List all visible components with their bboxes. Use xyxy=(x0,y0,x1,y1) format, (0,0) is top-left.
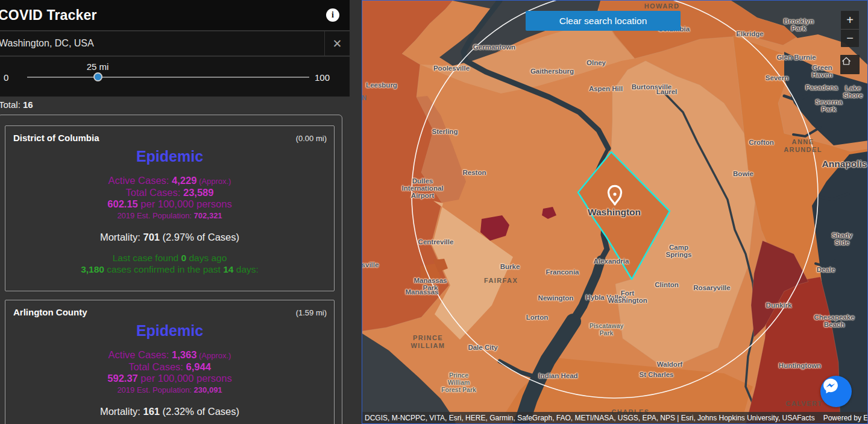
county-card-arlington-county[interactable]: Arlington County (1.59 mi) Epidemic Acti… xyxy=(5,300,335,424)
results-total: Total: 16 xyxy=(0,100,33,110)
zoom-controls: + − xyxy=(841,11,859,47)
active-cases-line: Active Cases: 1,363 (Approx.) xyxy=(5,349,334,361)
map-canvas xyxy=(362,1,868,424)
mortality-line: Mortality: 161 (2.32% of Cases) xyxy=(5,406,334,417)
sidebar: COVID Tracker i ✕ 25 mi 0 100 Total: 16 … xyxy=(0,0,362,424)
app-header: COVID Tracker i xyxy=(0,0,350,30)
covid-tracker-app: COVID Tracker i ✕ 25 mi 0 100 Total: 16 … xyxy=(0,0,868,424)
last-case-line: Last case found 0 days ago xyxy=(5,252,334,264)
total-cases-line: Total Cases: 23,589 xyxy=(5,187,334,198)
total-cases-line: Total Cases: 6,944 xyxy=(5,361,334,373)
map[interactable]: GermantownPoolesvilleLeesburgGaithersbur… xyxy=(362,0,868,424)
county-name: Arlington County xyxy=(13,307,87,317)
rate-line: 592.37 per 100,000 persons xyxy=(5,373,334,384)
map-attribution: DCGIS, M-NCPPC, VITA, Esri, HERE, Garmin… xyxy=(362,412,867,423)
recent-cases-block: Last case found 0 days ago 3,180 cases c… xyxy=(5,252,334,275)
messenger-chat-button[interactable] xyxy=(820,376,852,407)
slider-max-label: 100 xyxy=(315,72,330,83)
clear-search-location-button[interactable]: Clear search location xyxy=(526,11,681,31)
info-icon[interactable]: i xyxy=(326,8,339,22)
case-stats: Active Cases: 1,363 (Approx.) Total Case… xyxy=(5,349,334,396)
slider-min-label: 0 xyxy=(4,72,8,83)
case-stats: Active Cases: 4,229 (Approx.) Total Case… xyxy=(5,175,334,221)
status-badge: Epidemic xyxy=(5,148,334,165)
search-clear-icon[interactable]: ✕ xyxy=(324,31,350,55)
home-button[interactable] xyxy=(840,55,860,74)
card-header: District of Columbia (0.00 mi) xyxy=(5,126,334,143)
home-icon xyxy=(840,55,852,67)
active-cases-line: Active Cases: 4,229 (Approx.) xyxy=(5,175,334,187)
messenger-icon xyxy=(820,376,841,396)
rate-line: 602.15 per 100,000 persons xyxy=(5,198,334,210)
radius-slider-panel: 25 mi 0 100 xyxy=(0,57,350,97)
powered-by-esri-link[interactable]: Powered by Esri xyxy=(823,414,868,422)
confirmed-line: 3,180 cases confirmed in the past 14 day… xyxy=(5,264,334,275)
population-line: 2019 Est. Population: 230,091 xyxy=(5,384,334,396)
mortality-line: Mortality: 701 (2.97% of Cases) xyxy=(5,232,334,243)
attribution-text: DCGIS, M-NCPPC, VITA, Esri, HERE, Garmin… xyxy=(365,414,815,422)
county-distance: (1.59 mi) xyxy=(296,307,327,317)
slider-thumb[interactable] xyxy=(93,72,102,81)
search-input[interactable] xyxy=(0,31,324,55)
population-line: 2019 Est. Population: 702,321 xyxy=(5,210,334,221)
results-list: District of Columbia (0.00 mi) Epidemic … xyxy=(0,115,342,424)
app-title: COVID Tracker xyxy=(0,7,97,24)
status-badge: Epidemic xyxy=(5,322,334,340)
county-name: District of Columbia xyxy=(13,133,99,143)
county-card-district-of-columbia[interactable]: District of Columbia (0.00 mi) Epidemic … xyxy=(5,125,335,291)
county-distance: (0.00 mi) xyxy=(296,133,327,143)
results-total-value: 16 xyxy=(23,100,33,110)
zoom-in-button[interactable]: + xyxy=(841,11,859,29)
slider-track[interactable] xyxy=(27,77,309,78)
card-header: Arlington County (1.59 mi) xyxy=(5,300,334,317)
results-total-label: Total: xyxy=(0,100,23,110)
search-bar: ✕ xyxy=(0,31,350,55)
slider-value-label: 25 mi xyxy=(87,62,109,72)
zoom-out-button[interactable]: − xyxy=(841,29,859,47)
